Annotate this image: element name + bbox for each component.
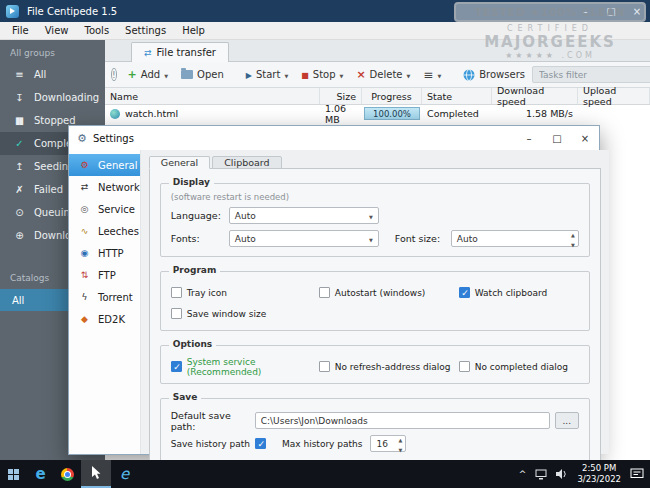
nav-item[interactable]: ⇄ Network xyxy=(69,176,140,198)
font-size-spinner[interactable]: Auto xyxy=(451,230,579,247)
table-header: Name Size Progress State xyxy=(105,88,650,105)
chrome-taskbar-button[interactable] xyxy=(54,460,81,488)
nav-item[interactable]: ◎ Service xyxy=(69,198,140,220)
stop-icon xyxy=(301,69,309,80)
menu-item[interactable]: Help xyxy=(174,22,213,39)
speed-icon: ⊕ xyxy=(12,230,25,241)
checkbox-icon xyxy=(255,438,266,449)
system-tray: ^ 2:50 PM 3/23/2022 xyxy=(519,463,650,485)
column-header[interactable]: Upload speed xyxy=(578,88,650,104)
dialog-minimize-button[interactable]: – xyxy=(515,126,543,150)
group-options-heading: Options xyxy=(169,339,216,349)
language-select[interactable]: Auto xyxy=(229,207,379,224)
column-header[interactable]: Progress xyxy=(362,88,422,104)
menu-item[interactable]: File xyxy=(4,22,37,39)
save-path-input[interactable] xyxy=(255,412,550,429)
checkbox-icon xyxy=(171,287,182,298)
open-button[interactable]: Open xyxy=(175,66,230,83)
nav-item[interactable]: ∿ Leeches xyxy=(69,220,140,242)
menu-icon: ≡ xyxy=(12,69,25,80)
nav-item[interactable]: ⚙ General xyxy=(69,154,140,176)
progress-text: 100.00% xyxy=(365,108,419,119)
tab-file-transfer[interactable]: ⇄ File transfer xyxy=(131,42,229,62)
checkbox-watch-clipboard[interactable]: Watch clipboard xyxy=(459,287,548,298)
network-icon[interactable] xyxy=(535,469,547,480)
taskbar: e e ^ 2:50 PM 3/23/2022 xyxy=(0,460,650,488)
check-icon: ✓ xyxy=(12,138,25,149)
menu-item[interactable]: View xyxy=(37,22,77,39)
delete-button[interactable]: Delete xyxy=(350,65,416,84)
browse-button[interactable]: ... xyxy=(555,412,579,429)
network-icon: ⇄ xyxy=(78,182,91,192)
close-button[interactable]: × xyxy=(624,0,650,22)
settings-tab[interactable]: General xyxy=(149,156,210,169)
nav-item[interactable]: ◆ ED2K xyxy=(69,308,140,330)
nav-item-label: Service xyxy=(98,204,135,215)
clock[interactable]: 2:50 PM 3/23/2022 xyxy=(577,463,621,485)
ie-taskbar-button[interactable]: e xyxy=(111,460,138,488)
start-button[interactable]: Start xyxy=(240,66,294,83)
spinner-down-icon[interactable] xyxy=(571,239,575,249)
spinner-down-icon[interactable] xyxy=(399,444,403,454)
folder-icon xyxy=(181,70,193,79)
nav-item[interactable]: ϟ Torrent xyxy=(69,286,140,308)
column-header[interactable]: Name xyxy=(105,88,320,104)
add-button[interactable]: Add xyxy=(122,65,174,84)
settings-tabs: General Clipboard xyxy=(149,156,601,168)
spinner-up-icon[interactable] xyxy=(399,434,403,444)
maximize-button[interactable]: □ xyxy=(598,0,624,22)
action-center-button[interactable] xyxy=(630,468,644,480)
checkbox-icon xyxy=(171,361,182,372)
start-button[interactable] xyxy=(0,460,27,488)
tray-expand-button[interactable]: ^ xyxy=(519,469,527,479)
ie-icon: e xyxy=(120,467,129,482)
column-header[interactable]: Download speed xyxy=(492,88,578,104)
checkbox-save-history-path[interactable]: Save history path xyxy=(171,438,266,449)
more-menu-button[interactable] xyxy=(417,65,447,85)
nav-item-label: Torrent xyxy=(98,292,133,303)
nav-item-label: Leeches xyxy=(98,226,139,237)
minimize-button[interactable]: – xyxy=(572,0,598,22)
edge-taskbar-button[interactable]: e xyxy=(27,460,54,488)
spinner-up-icon[interactable] xyxy=(571,229,575,239)
group-save: Save Default save path: ... Save history… xyxy=(160,398,590,462)
download-icon: ↧ xyxy=(12,92,25,103)
catalog-item-label: All xyxy=(12,295,24,306)
settings-tab[interactable]: Clipboard xyxy=(212,156,281,169)
info-icon[interactable]: ! xyxy=(111,68,117,81)
volume-icon[interactable] xyxy=(556,469,568,479)
nav-item[interactable]: ⇅ FTP xyxy=(69,264,140,286)
checkbox-save-window-size[interactable]: Save window size xyxy=(171,308,266,319)
fonts-select[interactable]: Auto xyxy=(229,230,379,247)
checkbox-tray-icon[interactable]: Tray icon xyxy=(171,287,319,298)
tasks-filter-input[interactable] xyxy=(532,66,650,83)
checkbox-autostart[interactable]: Autostart (windows) xyxy=(319,287,459,298)
settings-gear-icon: ⚙ xyxy=(77,132,87,145)
sidebar-item[interactable]: ≡ All xyxy=(0,63,105,86)
column-header[interactable]: State xyxy=(422,88,492,104)
checkbox-no-refresh-address[interactable]: No refresh-address dialog xyxy=(319,361,459,372)
restart-note: (software restart is needed) xyxy=(171,192,579,202)
nav-item[interactable]: ◉ HTTP xyxy=(69,242,140,264)
sidebar-item[interactable]: ↧ Downloading xyxy=(0,86,105,109)
menu-item[interactable]: Settings xyxy=(117,22,174,39)
default-save-path-label: Default save path: xyxy=(171,410,255,432)
table-row[interactable]: watch.html 1.06 MB 100.00% Completed 1.5… xyxy=(105,105,650,122)
settings-content: General Clipboard Display (software rest… xyxy=(141,150,609,454)
group-save-heading: Save xyxy=(169,392,202,402)
dialog-maximize-button[interactable]: □ xyxy=(543,126,571,150)
browsers-button[interactable]: Browsers xyxy=(457,66,531,84)
menubar: File View Tools Settings Help xyxy=(0,22,650,40)
group-display: Display (software restart is needed) Lan… xyxy=(160,183,590,257)
menu-item[interactable]: Tools xyxy=(76,22,117,39)
chevron-down-icon xyxy=(284,69,288,80)
service-icon: ◎ xyxy=(78,204,91,214)
settings-pane: Display (software restart is needed) Lan… xyxy=(149,168,601,471)
filecentipede-taskbar-button[interactable] xyxy=(81,460,111,488)
stop-button[interactable]: Stop xyxy=(295,66,349,83)
dialog-close-button[interactable]: × xyxy=(571,126,599,150)
max-history-spinner[interactable]: 16 xyxy=(370,435,406,452)
plus-icon xyxy=(128,68,137,81)
checkbox-system-service[interactable]: System service (Recommended) xyxy=(171,357,319,377)
checkbox-no-completed[interactable]: No completed dialog xyxy=(459,361,568,372)
